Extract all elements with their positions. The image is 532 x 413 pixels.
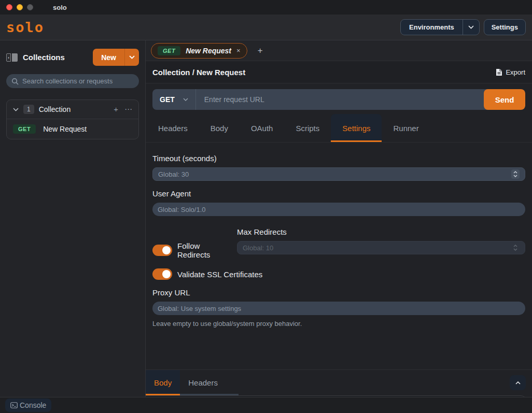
environments-button[interactable]: Environments xyxy=(401,20,463,35)
window-controls xyxy=(0,4,39,10)
open-request-tab[interactable]: GET New Request × xyxy=(151,43,247,59)
send-button[interactable]: Send xyxy=(484,89,525,110)
app-window: solo solo Environments Settings ‹ C xyxy=(0,0,532,413)
response-tab-headers[interactable]: Headers xyxy=(180,370,226,395)
stepper-icon xyxy=(511,243,520,252)
collection-name: Collection xyxy=(39,105,71,113)
collapse-response-button[interactable] xyxy=(510,375,526,390)
sidebar-title: Collections xyxy=(23,53,65,62)
breadcrumb-bar: Collection / New Request Export xyxy=(146,61,532,83)
tab-settings[interactable]: Settings xyxy=(331,114,382,142)
new-dropdown-button[interactable] xyxy=(125,49,139,66)
new-button-group: New xyxy=(93,49,139,66)
add-request-icon[interactable]: + xyxy=(114,105,118,114)
request-name: New Request xyxy=(43,125,87,133)
chevron-down-icon xyxy=(468,25,474,29)
minimize-window-button[interactable] xyxy=(17,4,23,10)
chevron-down-icon[interactable] xyxy=(13,108,19,111)
close-window-button[interactable] xyxy=(6,4,12,10)
proxy-help-text: Leave empty to use global/system proxy b… xyxy=(152,320,525,327)
timeout-value: Global: 30 xyxy=(158,170,189,178)
chevron-down-icon xyxy=(129,55,135,59)
new-button[interactable]: New xyxy=(93,49,125,66)
proxy-url-input[interactable]: Global: Use system settings xyxy=(152,302,525,315)
timeout-select[interactable]: Global: 30 xyxy=(152,167,525,181)
validate-ssl-label: Validate SSL Certificates xyxy=(177,270,262,279)
sidebar: ‹ Collections New Search collections or xyxy=(0,40,146,413)
request-bar: GET Enter request URL Send xyxy=(152,89,525,110)
window-title: solo xyxy=(53,4,67,11)
max-redirects-select: Global: 10 xyxy=(237,241,525,254)
search-placeholder: Search collections or requests xyxy=(22,77,113,85)
titlebar: solo xyxy=(0,0,532,15)
search-input[interactable]: Search collections or requests xyxy=(6,74,139,88)
tab-runner[interactable]: Runner xyxy=(382,114,430,142)
collection-header[interactable]: 1 Collection + ⋯ xyxy=(7,100,138,119)
user-agent-label: User Agent xyxy=(152,189,525,198)
add-tab-button[interactable]: + xyxy=(255,46,266,56)
tab-oauth[interactable]: OAuth xyxy=(240,114,285,142)
chevron-down-icon xyxy=(183,98,188,101)
chevron-up-icon xyxy=(515,381,521,384)
method-select[interactable]: GET xyxy=(152,89,196,110)
console-icon xyxy=(10,402,18,408)
stepper-icon xyxy=(511,169,520,179)
follow-redirects-label: Follow Redirects xyxy=(177,241,230,259)
console-button[interactable]: Console xyxy=(5,398,51,412)
export-label: Export xyxy=(506,68,525,76)
proxy-url-label: Proxy URL xyxy=(152,288,525,297)
max-redirects-value: Global: 10 xyxy=(243,244,273,252)
console-label: Console xyxy=(20,401,46,409)
search-icon xyxy=(11,78,19,85)
request-section-tabs: Headers Body OAuth Scripts Settings Runn… xyxy=(146,114,532,143)
app-header: solo Environments Settings xyxy=(0,15,532,40)
url-input[interactable]: Enter request URL xyxy=(196,89,484,110)
sidebar-request-item[interactable]: GET New Request xyxy=(7,119,138,139)
export-icon xyxy=(496,68,502,76)
close-tab-icon[interactable]: × xyxy=(236,47,241,54)
breadcrumb: Collection / New Request xyxy=(152,68,245,77)
more-options-icon[interactable]: ⋯ xyxy=(124,105,132,114)
user-agent-input[interactable]: Global: Solo/1.0 xyxy=(152,203,525,216)
method-value: GET xyxy=(160,95,175,104)
tab-headers[interactable]: Headers xyxy=(147,114,199,142)
validate-ssl-toggle[interactable] xyxy=(152,268,172,280)
follow-redirects-toggle[interactable] xyxy=(152,245,172,256)
response-tab-body[interactable]: Body xyxy=(146,370,180,395)
collapse-sidebar-icon[interactable]: ‹ xyxy=(6,53,18,62)
app-logo: solo xyxy=(6,20,44,34)
max-redirects-label: Max Redirects xyxy=(237,227,525,236)
open-request-tabstrip: GET New Request × + xyxy=(146,40,532,61)
method-badge: GET xyxy=(158,46,180,55)
collection-card: 1 Collection + ⋯ GET New Request xyxy=(6,99,139,139)
environments-dropdown-button[interactable] xyxy=(463,20,479,35)
status-bar: Console xyxy=(0,397,532,413)
request-count-badge: 1 xyxy=(23,105,34,114)
export-button[interactable]: Export xyxy=(496,68,525,76)
settings-form: Timeout (seconds) Global: 30 User Agent … xyxy=(146,143,532,369)
tab-body[interactable]: Body xyxy=(199,114,240,142)
response-tabs: Body Headers xyxy=(146,369,532,395)
tab-scripts[interactable]: Scripts xyxy=(284,114,331,142)
method-badge: GET xyxy=(13,124,36,134)
tab-label: New Request xyxy=(186,47,231,55)
timeout-label: Timeout (seconds) xyxy=(152,154,525,163)
main-panel: GET New Request × + Collection / New Req… xyxy=(146,40,532,413)
settings-button[interactable]: Settings xyxy=(484,19,526,35)
zoom-window-button[interactable] xyxy=(27,4,33,10)
environments-button-group: Environments xyxy=(400,19,480,35)
